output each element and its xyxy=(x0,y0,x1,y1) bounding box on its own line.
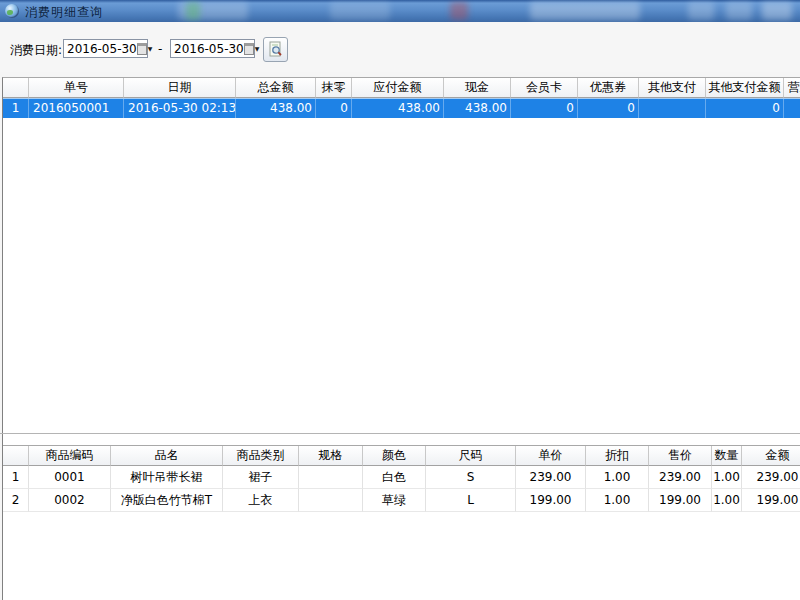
item-category: 裙子 xyxy=(223,466,299,489)
items-col-color[interactable]: 颜色 xyxy=(363,446,426,466)
items-col-amount[interactable]: 金额 xyxy=(742,446,800,466)
item-color: 白色 xyxy=(363,466,426,489)
items-table-header: 商品编码 品名 商品类别 规格 颜色 尺码 单价 折扣 售价 数量 金额 xyxy=(3,446,800,466)
item-size: L xyxy=(426,489,516,512)
date-range-label: 消费日期: xyxy=(10,42,62,59)
order-coupon: 0 xyxy=(578,99,639,118)
item-price: 239.00 xyxy=(516,466,586,489)
date-range-separator: - xyxy=(158,42,162,56)
items-col-code[interactable]: 商品编码 xyxy=(29,446,111,466)
order-total: 438.00 xyxy=(236,99,316,118)
item-row-index: 2 xyxy=(3,489,29,512)
item-amount: 239.00 xyxy=(742,466,800,489)
item-discount: 1.00 xyxy=(586,466,649,489)
order-other-payment xyxy=(639,99,706,118)
items-col-price[interactable]: 单价 xyxy=(516,446,586,466)
orders-col-cash[interactable]: 现金 xyxy=(444,78,511,98)
search-document-icon xyxy=(267,41,284,58)
titlebar-blur-decoration xyxy=(330,2,390,20)
items-col-discount[interactable]: 折扣 xyxy=(586,446,649,466)
titlebar-blur-decoration xyxy=(762,2,792,20)
items-table: 商品编码 品名 商品类别 规格 颜色 尺码 单价 折扣 售价 数量 金额 1 0… xyxy=(3,445,800,512)
orders-col-payable[interactable]: 应付金额 xyxy=(352,78,444,98)
search-button[interactable] xyxy=(263,37,288,62)
items-panel: 商品编码 品名 商品类别 规格 颜色 尺码 单价 折扣 售价 数量 金额 1 0… xyxy=(2,434,800,600)
order-row-index: 1 xyxy=(3,99,29,118)
item-price: 199.00 xyxy=(516,489,586,512)
items-col-index[interactable] xyxy=(3,446,29,466)
date-from-value: 2016-05-30 xyxy=(64,42,137,56)
orders-table-row-selected[interactable]: 1 2016050001 2016-05-30 02:13:50 438.00 … xyxy=(3,98,800,118)
orders-col-order-no[interactable]: 单号 xyxy=(29,78,124,98)
item-size: S xyxy=(426,466,516,489)
item-discount: 1.00 xyxy=(586,489,649,512)
item-spec xyxy=(299,489,363,512)
order-number: 2016050001 xyxy=(29,99,124,118)
titlebar: 消费明细查询 xyxy=(0,0,800,22)
orders-col-coupon[interactable]: 优惠券 xyxy=(578,78,639,98)
items-table-row[interactable]: 1 0001 树叶吊带长裙 裙子 白色 S 239.00 1.00 239.00… xyxy=(3,466,800,489)
date-from-input[interactable]: 2016-05-30 ▼ xyxy=(63,39,148,58)
titlebar-blur-decoration xyxy=(688,2,714,20)
query-toolbar: 消费日期: 2016-05-30 ▼ - 2016-05-30 ▼ xyxy=(0,22,800,72)
item-amount: 199.00 xyxy=(742,489,800,512)
app-icon xyxy=(5,4,19,18)
consumption-detail-window: 消费明细查询 消费日期: 2016-05-30 ▼ - 2016-05-30 ▼ xyxy=(0,0,800,600)
items-col-size[interactable]: 尺码 xyxy=(426,446,516,466)
items-col-name[interactable]: 品名 xyxy=(111,446,223,466)
items-col-category[interactable]: 商品类别 xyxy=(223,446,299,466)
item-name: 树叶吊带长裙 xyxy=(111,466,223,489)
item-color: 草绿 xyxy=(363,489,426,512)
order-cash: 438.00 xyxy=(444,99,511,118)
items-col-qty[interactable]: 数量 xyxy=(712,446,742,466)
item-category: 上衣 xyxy=(223,489,299,512)
item-sale-price: 199.00 xyxy=(649,489,712,512)
dropdown-caret-icon[interactable]: ▼ xyxy=(255,39,260,58)
items-col-sale-price[interactable]: 售价 xyxy=(649,446,712,466)
item-code: 0002 xyxy=(29,489,111,512)
orders-col-other-amount[interactable]: 其他支付金额 xyxy=(706,78,784,98)
order-other-pay-amount: 0 xyxy=(706,99,784,118)
titlebar-blur-decoration xyxy=(726,2,752,20)
orders-col-clerk[interactable]: 营业员 xyxy=(784,78,800,98)
date-to-value: 2016-05-30 xyxy=(171,42,244,56)
orders-table-header: 单号 日期 总金额 抹零 应付金额 现金 会员卡 优惠券 其他支付 其他支付金额… xyxy=(3,78,800,98)
items-table-row[interactable]: 2 0002 净版白色竹节棉T 上衣 草绿 L 199.00 1.00 199.… xyxy=(3,489,800,512)
order-payable: 438.00 xyxy=(352,99,444,118)
order-clerk xyxy=(784,99,800,118)
window-title: 消费明细查询 xyxy=(25,4,103,21)
calendar-icon xyxy=(137,43,147,55)
orders-col-rounding[interactable]: 抹零 xyxy=(316,78,352,98)
item-qty: 1.00 xyxy=(712,489,742,512)
order-rounding: 0 xyxy=(316,99,352,118)
order-datetime: 2016-05-30 02:13:50 xyxy=(124,99,236,118)
date-to-input[interactable]: 2016-05-30 ▼ xyxy=(170,39,255,58)
item-name: 净版白色竹节棉T xyxy=(111,489,223,512)
item-spec xyxy=(299,466,363,489)
orders-table: 单号 日期 总金额 抹零 应付金额 现金 会员卡 优惠券 其他支付 其他支付金额… xyxy=(2,77,800,434)
calendar-icon xyxy=(244,43,254,55)
item-code: 0001 xyxy=(29,466,111,489)
orders-col-index[interactable] xyxy=(3,78,29,98)
orders-col-date[interactable]: 日期 xyxy=(124,78,236,98)
item-sale-price: 239.00 xyxy=(649,466,712,489)
order-member-card: 0 xyxy=(511,99,578,118)
titlebar-blur-decoration xyxy=(530,2,640,20)
titlebar-blur-decoration xyxy=(186,2,200,20)
orders-col-total[interactable]: 总金额 xyxy=(236,78,316,98)
items-col-spec[interactable]: 规格 xyxy=(299,446,363,466)
item-row-index: 1 xyxy=(3,466,29,489)
item-qty: 1.00 xyxy=(712,466,742,489)
orders-col-other-pay[interactable]: 其他支付 xyxy=(639,78,706,98)
titlebar-blur-decoration xyxy=(450,2,468,20)
orders-col-member-card[interactable]: 会员卡 xyxy=(511,78,578,98)
dropdown-caret-icon[interactable]: ▼ xyxy=(148,39,153,58)
